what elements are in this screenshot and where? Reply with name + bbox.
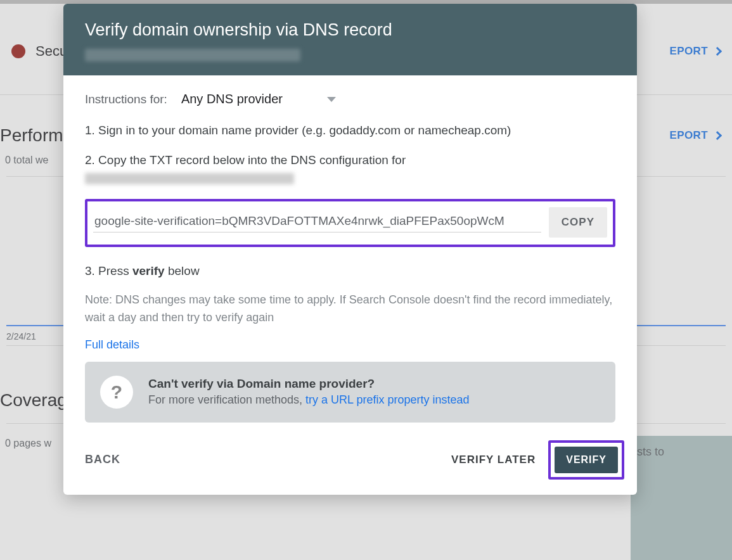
back-button[interactable]: BACK bbox=[85, 453, 120, 466]
dialog-body: Instructions for: Any DNS provider 1. Si… bbox=[63, 75, 637, 423]
url-prefix-link[interactable]: try a URL prefix property instead bbox=[305, 393, 469, 406]
dialog-actions-right: VERIFY LATER VERIFY bbox=[451, 440, 624, 480]
alt-verify-box: ? Can't verify via Domain name provider?… bbox=[85, 362, 615, 423]
provider-row: Instructions for: Any DNS provider bbox=[85, 92, 615, 106]
step-2: 2. Copy the TXT record below into the DN… bbox=[85, 151, 615, 188]
full-details-link[interactable]: Full details bbox=[85, 338, 139, 351]
step-3-suffix: below bbox=[165, 264, 200, 277]
verify-button[interactable]: VERIFY bbox=[555, 447, 618, 473]
verify-later-button[interactable]: VERIFY LATER bbox=[451, 454, 536, 466]
chevron-down-icon bbox=[327, 97, 336, 102]
step-2-domain-blurred bbox=[85, 173, 294, 184]
alt-verify-text: Can't verify via Domain name provider? F… bbox=[148, 377, 470, 407]
question-icon: ? bbox=[100, 376, 133, 409]
instructions-label: Instructions for: bbox=[85, 92, 167, 106]
step-1: 1. Sign in to your domain name provider … bbox=[85, 122, 615, 140]
verify-highlight: VERIFY bbox=[548, 440, 624, 480]
copy-button[interactable]: COPY bbox=[549, 207, 607, 238]
step-2-text: 2. Copy the TXT record below into the DN… bbox=[85, 153, 406, 167]
dialog-title: Verify domain ownership via DNS record bbox=[85, 20, 615, 40]
dns-note: Note: DNS changes may take some time to … bbox=[85, 291, 615, 327]
alt-verify-heading: Can't verify via Domain name provider? bbox=[148, 377, 470, 391]
verify-domain-dialog: Verify domain ownership via DNS record I… bbox=[63, 4, 637, 495]
dialog-actions: BACK VERIFY LATER VERIFY bbox=[63, 423, 637, 495]
step-3: 3. Press verify below bbox=[85, 262, 615, 281]
dns-provider-selected: Any DNS provider bbox=[181, 92, 283, 106]
txt-record-input[interactable] bbox=[93, 212, 541, 232]
dialog-domain-blurred bbox=[85, 49, 300, 61]
step-3-prefix: 3. Press bbox=[85, 264, 132, 277]
step-3-bold: verify bbox=[132, 264, 165, 277]
txt-record-row: COPY bbox=[85, 199, 615, 247]
dns-provider-select[interactable]: Any DNS provider bbox=[181, 92, 336, 106]
dialog-header: Verify domain ownership via DNS record bbox=[63, 4, 637, 75]
alt-verify-prefix: For more verification methods, bbox=[148, 393, 305, 406]
